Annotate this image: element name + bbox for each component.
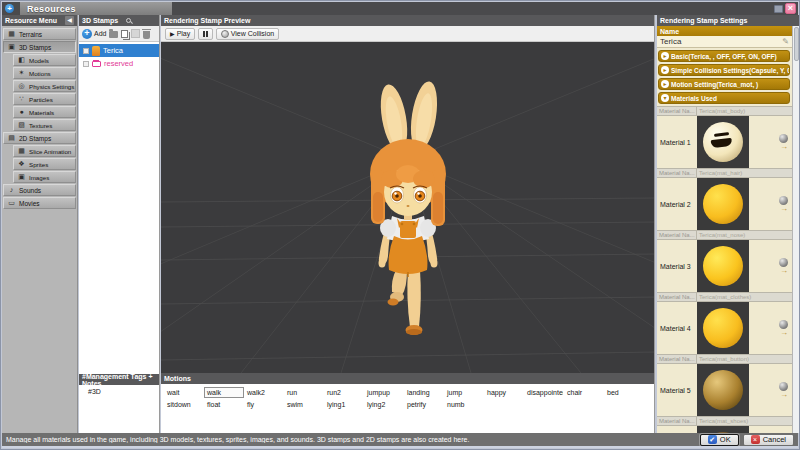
sidebar-item[interactable]: ◧ Models bbox=[13, 54, 76, 66]
terica-character-icon bbox=[92, 46, 100, 56]
motion-item[interactable]: walk2 bbox=[244, 387, 284, 398]
sidebar-item-icon: ▦ bbox=[17, 146, 26, 156]
motion-item[interactable]: lying2 bbox=[364, 399, 404, 410]
sidebar-item[interactable]: ▨ Textures bbox=[13, 119, 76, 131]
sidebar-item[interactable]: ● Materials bbox=[13, 106, 76, 118]
material-header-row: Material Na... Terica(mat_body) bbox=[657, 106, 792, 116]
material-block: Material Na... Terica(mat_body) Material… bbox=[657, 106, 792, 168]
settings-section-bar[interactable]: ▸ Motion Setting(Terica_mot, ) bbox=[658, 78, 790, 90]
motion-item[interactable]: wait bbox=[164, 387, 204, 398]
material-texture-field[interactable]: Terica(mat_clothes) bbox=[697, 294, 792, 300]
assign-arrow-icon[interactable]: → bbox=[780, 267, 788, 274]
section-label: Materials Used bbox=[671, 95, 717, 102]
view-collision-button[interactable]: View Collision bbox=[216, 28, 279, 40]
collision-sphere-icon bbox=[221, 30, 229, 38]
play-button[interactable]: ▶ Play bbox=[165, 28, 195, 40]
sidebar-item[interactable]: ∵ Particles bbox=[13, 93, 76, 105]
tags-area: #3D bbox=[79, 385, 159, 433]
tree-expand-toggle[interactable] bbox=[83, 61, 89, 67]
assign-arrow-icon[interactable]: → bbox=[780, 143, 788, 150]
assign-arrow-icon[interactable]: → bbox=[780, 205, 788, 212]
motion-item[interactable]: petrify bbox=[404, 399, 444, 410]
motion-item[interactable]: bed bbox=[604, 387, 644, 398]
export-icon-disabled bbox=[131, 29, 140, 38]
assign-arrow-icon[interactable]: → bbox=[780, 391, 788, 398]
material-label: Material 5 bbox=[657, 387, 697, 394]
tree-item[interactable]: Terica bbox=[79, 44, 159, 57]
settings-section-bar[interactable]: ▸ Simple Collision Settings(Capsule, Y, … bbox=[658, 64, 790, 76]
stamps-panel-title: 3D Stamps bbox=[82, 17, 118, 24]
settings-section-bar[interactable]: ▸ Basic(Terica, , OFF, OFF, ON, OFF) bbox=[658, 50, 790, 62]
sidebar-item[interactable]: ❖ Sprites bbox=[13, 158, 76, 170]
delete-icon[interactable] bbox=[143, 31, 150, 39]
sidebar-item-icon: ▭ bbox=[7, 198, 16, 208]
motion-item[interactable]: run2 bbox=[324, 387, 364, 398]
new-folder-icon[interactable] bbox=[109, 31, 118, 38]
motion-item[interactable]: numb bbox=[444, 399, 484, 410]
duplicate-icon[interactable] bbox=[121, 30, 128, 38]
material-preview-square bbox=[697, 116, 749, 168]
cancel-button[interactable]: × Cancel bbox=[743, 434, 794, 446]
motion-item[interactable]: jumpup bbox=[364, 387, 404, 398]
sidebar-item-label: Terrains bbox=[19, 31, 42, 38]
settings-section-bar[interactable]: ▾ Materials Used bbox=[658, 92, 790, 104]
sidebar-item[interactable]: ▦ Slice Animation bbox=[13, 145, 76, 157]
add-stamp-button[interactable]: + Add bbox=[82, 29, 106, 39]
material-sphere-preview bbox=[703, 122, 743, 162]
material-texture-field[interactable]: Terica(mat_body) bbox=[697, 108, 792, 114]
close-button[interactable]: × bbox=[785, 3, 796, 14]
motion-item[interactable]: jump bbox=[444, 387, 484, 398]
resources-gear-icon: + bbox=[5, 4, 14, 13]
sidebar-item[interactable]: ◎ Physics Settings bbox=[13, 80, 76, 92]
maximize-icon[interactable] bbox=[774, 5, 783, 13]
material-sphere-preview bbox=[703, 246, 743, 286]
preview-viewport[interactable] bbox=[161, 42, 654, 373]
motion-item[interactable]: run bbox=[284, 387, 324, 398]
pause-button[interactable] bbox=[198, 28, 213, 40]
settings-scrollbar[interactable] bbox=[792, 26, 800, 433]
sidebar-item[interactable]: ▣ Images bbox=[13, 171, 76, 183]
material-texture-field[interactable]: Terica(mat_shoes) bbox=[697, 418, 792, 424]
edit-pencil-icon[interactable]: ✎ bbox=[782, 37, 789, 46]
ok-button[interactable]: ✔ OK bbox=[700, 434, 739, 446]
motion-item[interactable]: fly bbox=[244, 399, 284, 410]
material-preview-square bbox=[697, 302, 749, 354]
stamps-panel: 3D Stamps + Add Terica bbox=[79, 15, 160, 433]
motion-item[interactable]: happy bbox=[484, 387, 524, 398]
motion-item[interactable]: lying1 bbox=[324, 399, 364, 410]
material-label: Material 4 bbox=[657, 325, 697, 332]
motion-item[interactable]: walk bbox=[204, 387, 244, 398]
tree-item[interactable]: reserved bbox=[79, 57, 159, 70]
sidebar-item[interactable]: ✶ Motions bbox=[13, 67, 76, 79]
material-row: → bbox=[657, 426, 792, 433]
collapse-panel-icon[interactable]: ◀ bbox=[65, 16, 74, 25]
search-icon[interactable] bbox=[126, 18, 131, 23]
material-name-column-label: Material Na... bbox=[657, 169, 697, 177]
sidebar-item[interactable]: ▭ Movies bbox=[3, 197, 76, 209]
motion-item[interactable]: disappointed bbox=[524, 387, 564, 398]
stamp-name-input[interactable] bbox=[660, 37, 782, 46]
assign-arrow-icon[interactable]: → bbox=[780, 329, 788, 336]
character-preview bbox=[161, 42, 654, 373]
tree-expand-toggle[interactable] bbox=[83, 48, 89, 54]
material-texture-field[interactable]: Terica(mat_nose) bbox=[697, 232, 792, 238]
sidebar-item[interactable]: ▤ 2D Stamps bbox=[3, 132, 76, 144]
motion-item[interactable]: chair bbox=[564, 387, 604, 398]
preview-panel: Rendering Stamp Preview ▶ Play View Coll… bbox=[161, 15, 655, 433]
sidebar-item[interactable]: ▦ Terrains bbox=[3, 28, 76, 40]
material-tools: → bbox=[749, 258, 792, 274]
material-texture-field[interactable]: Terica(mat_hair) bbox=[697, 170, 792, 176]
motion-item[interactable]: swim bbox=[284, 399, 324, 410]
motion-item[interactable]: float bbox=[204, 399, 244, 410]
sidebar-item[interactable]: ▣ 3D Stamps bbox=[3, 41, 76, 53]
tag-item[interactable]: #3D bbox=[79, 385, 159, 395]
section-label: Simple Collision Settings(Capsule, Y, 0,… bbox=[671, 67, 790, 74]
scrollbar-thumb[interactable] bbox=[794, 27, 799, 61]
material-texture-field[interactable]: Terica(mat_button) bbox=[697, 356, 792, 362]
motions-title: Motions bbox=[164, 375, 191, 382]
cancel-label: Cancel bbox=[763, 435, 786, 444]
reserved-folder-icon bbox=[92, 61, 101, 67]
motion-item[interactable]: landing bbox=[404, 387, 444, 398]
sidebar-item[interactable]: ♪ Sounds bbox=[3, 184, 76, 196]
motion-item[interactable]: sitdown bbox=[164, 399, 204, 410]
